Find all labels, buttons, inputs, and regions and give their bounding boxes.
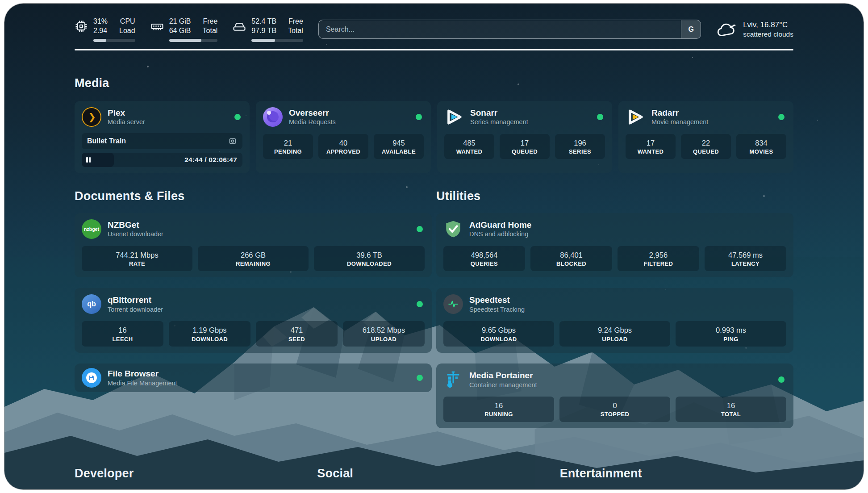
plex-now-playing-row: Bullet Train xyxy=(82,133,242,149)
card-sonarr[interactable]: Sonarr Series management 485 WANTED 17 Q… xyxy=(437,101,612,173)
nzbget-subtitle: Usenet downloader xyxy=(108,230,163,238)
portainer-icon xyxy=(443,370,463,389)
portainer-stat-stopped: 0 STOPPED xyxy=(559,397,670,422)
filebrowser-title: File Browser xyxy=(108,368,177,379)
card-adguard[interactable]: AdGuard Home DNS and adblocking 498,564 … xyxy=(436,213,793,278)
portainer-status-dot xyxy=(778,376,785,383)
radarr-stat-queued: 22 QUEUED xyxy=(681,134,731,159)
speedtest-subtitle: Speedtest Tracking xyxy=(469,305,525,313)
documents-column: Documents & Files nzbget NZBGet Usenet d… xyxy=(75,189,432,439)
sonarr-subtitle: Series management xyxy=(470,118,528,126)
overseerr-stat-available: 945 AVAILABLE xyxy=(374,134,424,159)
portainer-stat-running: 16 RUNNING xyxy=(443,397,554,422)
plex-playback-time: 24:44 / 02:06:47 xyxy=(184,156,237,164)
section-title-utilities: Utilities xyxy=(436,189,793,203)
filebrowser-status-dot xyxy=(417,375,423,381)
plex-title: Plex xyxy=(108,108,145,118)
qbittorrent-stat-seed: 471 SEED xyxy=(256,321,338,347)
portainer-stat-total: 16 TOTAL xyxy=(676,397,786,422)
section-title-media: Media xyxy=(75,76,793,90)
card-portainer[interactable]: Media Portainer Container management 16 … xyxy=(436,363,793,428)
nzbget-stat-rate: 744.21 Mbps RATE xyxy=(82,246,192,272)
nzbget-stat-downloaded: 39.6 TB DOWNLOADED xyxy=(314,246,425,272)
section-title-entertainment: Entertainment xyxy=(560,467,793,480)
adguard-icon xyxy=(443,219,463,239)
overseerr-icon xyxy=(263,107,283,127)
nzbget-icon: nzbget xyxy=(82,219,101,239)
snow-specks xyxy=(4,4,5,4)
plex-now-playing-title: Bullet Train xyxy=(87,137,126,145)
radarr-stat-wanted: 17 WANTED xyxy=(626,134,676,159)
speedtest-stat-download: 9.65 Gbps DOWNLOAD xyxy=(443,321,554,347)
disk-progress-bar xyxy=(251,39,303,42)
cpu-load-label: Load xyxy=(119,26,135,36)
overseerr-status-dot xyxy=(416,114,422,120)
bookmarks-entertainment: Entertainment YT YouTube youtube.com NF … xyxy=(560,467,793,489)
hardware-stats: 31% 2.94 CPU Load xyxy=(75,17,303,42)
cpu-icon xyxy=(75,20,88,33)
weather-location: Lviv, 16.87°C xyxy=(743,20,793,30)
filebrowser-subtitle: Media File Management xyxy=(108,379,177,387)
card-overseerr[interactable]: Overseerr Media Requests 21 PENDING 40 A… xyxy=(256,101,431,173)
nzbget-title: NZBGet xyxy=(108,220,163,230)
topbar-divider xyxy=(75,49,793,50)
memory-free-label: Free xyxy=(203,17,217,26)
radarr-icon xyxy=(626,107,645,127)
speedtest-title: Speedtest xyxy=(469,295,525,305)
ram-icon xyxy=(150,20,164,33)
plex-status-dot xyxy=(234,114,241,120)
search-provider-button[interactable]: G xyxy=(681,20,701,38)
pause-icon xyxy=(86,157,91,163)
disk-total-value: 97.9 TB xyxy=(251,26,276,36)
search-bar: G xyxy=(318,20,701,39)
memory-total-value: 64 GiB xyxy=(169,26,191,36)
cpu-progress-bar xyxy=(93,39,135,42)
card-radarr[interactable]: Radarr Movie management 17 WANTED 22 QUE… xyxy=(618,101,793,173)
overseerr-title: Overseerr xyxy=(289,108,336,118)
section-title-developer: Developer xyxy=(75,467,308,480)
nzbget-status-dot xyxy=(417,226,423,232)
sonarr-status-dot xyxy=(597,114,603,120)
overseerr-stat-approved: 40 APPROVED xyxy=(318,134,368,159)
card-speedtest[interactable]: Speedtest Speedtest Tracking 9.65 Gbps D… xyxy=(436,288,793,353)
camera-icon[interactable] xyxy=(228,137,237,146)
speedtest-stat-upload: 9.24 Gbps UPLOAD xyxy=(559,321,670,347)
disk-icon xyxy=(233,20,246,33)
plex-progress-bar: 24:44 / 02:06:47 xyxy=(82,153,242,167)
memory-free-value: 21 GiB xyxy=(169,17,191,26)
dashboard-frame: 31% 2.94 CPU Load xyxy=(4,4,864,489)
sonarr-stat-series: 196 SERIES xyxy=(555,134,605,159)
card-filebrowser[interactable]: File Browser Media File Management xyxy=(75,363,432,392)
disk-widget: 52.4 TB 97.9 TB Free Total xyxy=(233,17,303,42)
radarr-status-dot xyxy=(778,114,785,120)
card-qbittorrent[interactable]: qb qBittorrent Torrent downloader 16 LEE… xyxy=(75,288,432,353)
overseerr-subtitle: Media Requests xyxy=(289,118,336,126)
sonarr-stat-queued: 17 QUEUED xyxy=(500,134,550,159)
section-title-social: Social xyxy=(317,467,551,480)
adguard-stat-latency: 47.569 ms LATENCY xyxy=(705,246,786,272)
qbittorrent-subtitle: Torrent downloader xyxy=(108,305,163,313)
cloud-icon xyxy=(716,21,737,38)
disk-free-value: 52.4 TB xyxy=(251,17,276,26)
portainer-subtitle: Container management xyxy=(469,381,537,389)
radarr-stat-movies: 834 MOVIES xyxy=(736,134,786,159)
adguard-stat-queries: 498,564 QUERIES xyxy=(443,246,525,272)
radarr-subtitle: Movie management xyxy=(651,118,708,126)
adguard-title: AdGuard Home xyxy=(469,220,531,230)
adguard-subtitle: DNS and adblocking xyxy=(469,230,531,238)
cpu-load-value: 2.94 xyxy=(93,26,108,36)
card-nzbget[interactable]: nzbget NZBGet Usenet downloader 744.21 M… xyxy=(75,213,432,278)
section-title-documents: Documents & Files xyxy=(75,189,432,203)
bookmarks-social: Social LI LinkedIn linkedin.com TW Twitt… xyxy=(317,467,551,489)
search-input[interactable] xyxy=(319,20,681,38)
sonarr-title: Sonarr xyxy=(470,108,528,118)
radarr-title: Radarr xyxy=(651,108,708,118)
memory-widget: 21 GiB 64 GiB Free Total xyxy=(150,17,218,42)
sonarr-icon xyxy=(444,107,464,127)
cpu-label: CPU xyxy=(120,17,135,26)
memory-total-label: Total xyxy=(203,26,218,36)
card-plex[interactable]: ❯ Plex Media server Bullet Train xyxy=(75,101,250,173)
disk-total-label: Total xyxy=(288,26,303,36)
portainer-title: Media Portainer xyxy=(469,370,537,381)
adguard-stat-filtered: 2,956 FILTERED xyxy=(618,246,699,272)
